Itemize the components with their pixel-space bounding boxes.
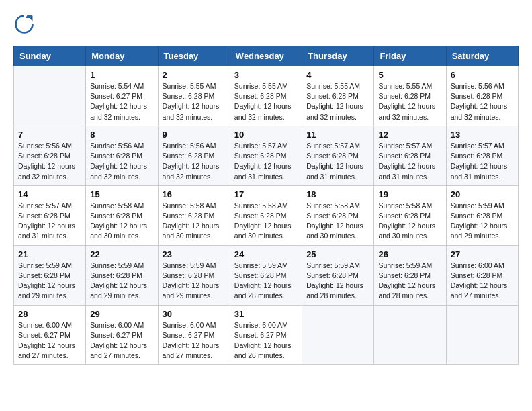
- day-cell: 24Sunrise: 5:59 AMSunset: 6:28 PMDayligh…: [230, 245, 302, 305]
- calendar-body: 1Sunrise: 5:54 AMSunset: 6:27 PMDaylight…: [14, 66, 519, 365]
- day-cell: 26Sunrise: 5:59 AMSunset: 6:28 PMDayligh…: [374, 245, 446, 305]
- day-number: 28: [18, 309, 81, 319]
- day-number: 30: [163, 309, 226, 319]
- day-cell: 25Sunrise: 5:59 AMSunset: 6:28 PMDayligh…: [302, 245, 374, 305]
- day-cell: 30Sunrise: 6:00 AMSunset: 6:27 PMDayligh…: [158, 305, 230, 365]
- day-info: Sunrise: 6:00 AMSunset: 6:27 PMDaylight:…: [18, 320, 81, 361]
- logo: [13, 13, 36, 35]
- day-number: 8: [90, 130, 153, 140]
- day-info: Sunrise: 5:57 AMSunset: 6:28 PMDaylight:…: [234, 141, 298, 182]
- day-number: 4: [306, 70, 369, 80]
- day-number: 18: [306, 189, 369, 199]
- day-number: 31: [234, 309, 298, 319]
- day-number: 20: [451, 189, 514, 199]
- day-info: Sunrise: 5:58 AMSunset: 6:28 PMDaylight:…: [378, 201, 441, 242]
- day-number: 16: [163, 189, 226, 199]
- day-info: Sunrise: 6:00 AMSunset: 6:27 PMDaylight:…: [90, 320, 153, 361]
- page-header: [13, 13, 519, 35]
- day-info: Sunrise: 5:56 AMSunset: 6:28 PMDaylight:…: [451, 81, 514, 122]
- day-number: 21: [18, 249, 81, 259]
- week-row-2: 7Sunrise: 5:56 AMSunset: 6:28 PMDaylight…: [14, 126, 519, 185]
- day-cell: 21Sunrise: 5:59 AMSunset: 6:28 PMDayligh…: [14, 245, 86, 305]
- day-info: Sunrise: 5:56 AMSunset: 6:28 PMDaylight:…: [163, 141, 226, 182]
- logo-icon: [13, 13, 35, 35]
- day-info: Sunrise: 6:00 AMSunset: 6:27 PMDaylight:…: [234, 320, 298, 361]
- day-number: 11: [306, 130, 369, 140]
- day-cell: 9Sunrise: 5:56 AMSunset: 6:28 PMDaylight…: [158, 126, 230, 185]
- day-number: 13: [451, 130, 514, 140]
- day-cell: 17Sunrise: 5:58 AMSunset: 6:28 PMDayligh…: [230, 185, 302, 245]
- day-info: Sunrise: 5:59 AMSunset: 6:28 PMDaylight:…: [451, 201, 514, 242]
- day-info: Sunrise: 5:58 AMSunset: 6:28 PMDaylight:…: [234, 201, 298, 242]
- day-info: Sunrise: 5:59 AMSunset: 6:28 PMDaylight:…: [90, 261, 153, 302]
- day-cell: 20Sunrise: 5:59 AMSunset: 6:28 PMDayligh…: [446, 185, 518, 245]
- day-number: 25: [306, 249, 369, 259]
- day-cell: 23Sunrise: 5:59 AMSunset: 6:28 PMDayligh…: [158, 245, 230, 305]
- day-cell: 16Sunrise: 5:58 AMSunset: 6:28 PMDayligh…: [158, 185, 230, 245]
- day-cell: 3Sunrise: 5:55 AMSunset: 6:28 PMDaylight…: [230, 66, 302, 126]
- day-info: Sunrise: 5:57 AMSunset: 6:28 PMDaylight:…: [18, 201, 81, 242]
- day-info: Sunrise: 5:55 AMSunset: 6:28 PMDaylight:…: [163, 81, 226, 122]
- day-number: 22: [90, 249, 153, 259]
- day-cell: [374, 305, 446, 365]
- weekday-header-friday: Friday: [374, 46, 446, 66]
- day-cell: 29Sunrise: 6:00 AMSunset: 6:27 PMDayligh…: [86, 305, 158, 365]
- day-number: 27: [451, 249, 514, 259]
- day-cell: 18Sunrise: 5:58 AMSunset: 6:28 PMDayligh…: [302, 185, 374, 245]
- day-number: 10: [234, 130, 298, 140]
- day-info: Sunrise: 5:57 AMSunset: 6:28 PMDaylight:…: [451, 141, 514, 182]
- calendar-table: SundayMondayTuesdayWednesdayThursdayFrid…: [13, 46, 519, 365]
- day-cell: 11Sunrise: 5:57 AMSunset: 6:28 PMDayligh…: [302, 126, 374, 185]
- weekday-header-tuesday: Tuesday: [158, 46, 230, 66]
- day-cell: 12Sunrise: 5:57 AMSunset: 6:28 PMDayligh…: [374, 126, 446, 185]
- day-info: Sunrise: 5:59 AMSunset: 6:28 PMDaylight:…: [163, 261, 226, 302]
- day-cell: 13Sunrise: 5:57 AMSunset: 6:28 PMDayligh…: [446, 126, 518, 185]
- day-number: 2: [163, 70, 226, 80]
- day-info: Sunrise: 5:58 AMSunset: 6:28 PMDaylight:…: [90, 201, 153, 242]
- day-cell: 19Sunrise: 5:58 AMSunset: 6:28 PMDayligh…: [374, 185, 446, 245]
- day-cell: 1Sunrise: 5:54 AMSunset: 6:27 PMDaylight…: [86, 66, 158, 126]
- day-cell: 22Sunrise: 5:59 AMSunset: 6:28 PMDayligh…: [86, 245, 158, 305]
- week-row-3: 14Sunrise: 5:57 AMSunset: 6:28 PMDayligh…: [14, 185, 519, 245]
- day-number: 6: [451, 70, 514, 80]
- day-number: 12: [378, 130, 441, 140]
- day-info: Sunrise: 5:57 AMSunset: 6:28 PMDaylight:…: [378, 141, 441, 182]
- day-info: Sunrise: 5:58 AMSunset: 6:28 PMDaylight:…: [306, 201, 369, 242]
- day-info: Sunrise: 5:59 AMSunset: 6:28 PMDaylight:…: [18, 261, 81, 302]
- day-info: Sunrise: 5:59 AMSunset: 6:28 PMDaylight:…: [378, 261, 441, 302]
- day-info: Sunrise: 5:55 AMSunset: 6:28 PMDaylight:…: [234, 81, 298, 122]
- day-cell: 6Sunrise: 5:56 AMSunset: 6:28 PMDaylight…: [446, 66, 518, 126]
- calendar-header: SundayMondayTuesdayWednesdayThursdayFrid…: [14, 46, 519, 66]
- day-info: Sunrise: 5:55 AMSunset: 6:28 PMDaylight:…: [378, 81, 441, 122]
- day-info: Sunrise: 6:00 AMSunset: 6:27 PMDaylight:…: [163, 320, 226, 361]
- week-row-1: 1Sunrise: 5:54 AMSunset: 6:27 PMDaylight…: [14, 66, 519, 126]
- day-number: 26: [378, 249, 441, 259]
- day-cell: 5Sunrise: 5:55 AMSunset: 6:28 PMDaylight…: [374, 66, 446, 126]
- day-number: 15: [90, 189, 153, 199]
- day-info: Sunrise: 5:59 AMSunset: 6:28 PMDaylight:…: [234, 261, 298, 302]
- weekday-header-monday: Monday: [86, 46, 158, 66]
- weekday-header-sunday: Sunday: [14, 46, 86, 66]
- day-info: Sunrise: 5:59 AMSunset: 6:28 PMDaylight:…: [306, 261, 369, 302]
- day-cell: 14Sunrise: 5:57 AMSunset: 6:28 PMDayligh…: [14, 185, 86, 245]
- day-number: 3: [234, 70, 298, 80]
- day-number: 24: [234, 249, 298, 259]
- day-number: 9: [163, 130, 226, 140]
- day-number: 23: [163, 249, 226, 259]
- day-cell: [302, 305, 374, 365]
- weekday-header-thursday: Thursday: [302, 46, 374, 66]
- day-info: Sunrise: 5:57 AMSunset: 6:28 PMDaylight:…: [306, 141, 369, 182]
- day-number: 1: [90, 70, 153, 80]
- day-info: Sunrise: 5:54 AMSunset: 6:27 PMDaylight:…: [90, 81, 153, 122]
- day-cell: 4Sunrise: 5:55 AMSunset: 6:28 PMDaylight…: [302, 66, 374, 126]
- day-number: 14: [18, 189, 81, 199]
- weekday-header-wednesday: Wednesday: [230, 46, 302, 66]
- day-number: 17: [234, 189, 298, 199]
- day-info: Sunrise: 5:56 AMSunset: 6:28 PMDaylight:…: [90, 141, 153, 182]
- weekday-header-saturday: Saturday: [446, 46, 518, 66]
- day-info: Sunrise: 5:56 AMSunset: 6:28 PMDaylight:…: [18, 141, 81, 182]
- day-cell: [446, 305, 518, 365]
- week-row-4: 21Sunrise: 5:59 AMSunset: 6:28 PMDayligh…: [14, 245, 519, 305]
- day-cell: 10Sunrise: 5:57 AMSunset: 6:28 PMDayligh…: [230, 126, 302, 185]
- weekday-row: SundayMondayTuesdayWednesdayThursdayFrid…: [14, 46, 519, 66]
